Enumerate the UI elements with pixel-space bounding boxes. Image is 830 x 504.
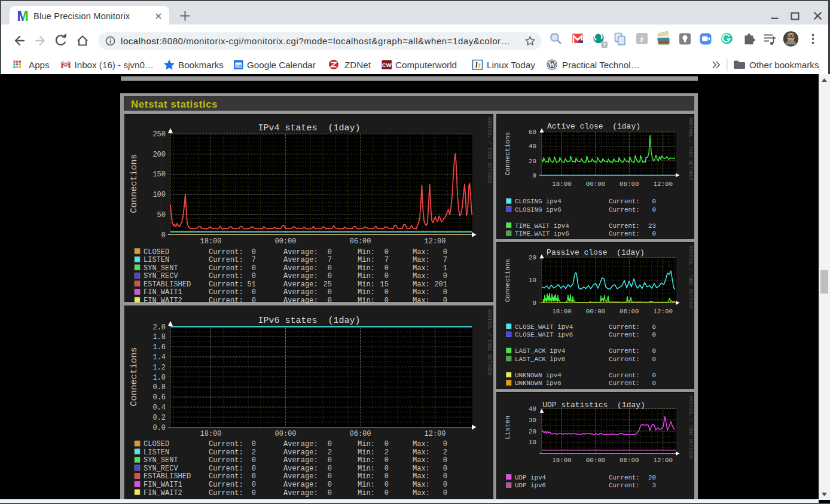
svg-text:28: 28: [236, 63, 241, 69]
svg-text:t: t: [478, 61, 481, 69]
svg-text:Google Calendar: Google Calendar: [247, 60, 316, 70]
svg-text:Apps: Apps: [29, 60, 50, 70]
svg-text:Other bookmarks: Other bookmarks: [749, 60, 819, 70]
svg-text:W: W: [548, 61, 556, 68]
svg-text:M: M: [17, 10, 28, 22]
svg-text:Linux Today: Linux Today: [487, 60, 535, 70]
svg-text:CW: CW: [382, 62, 392, 68]
svg-text:l: l: [475, 61, 478, 69]
svg-text:Inbox (16) - sjvn0…: Inbox (16) - sjvn0…: [75, 60, 154, 70]
svg-text:ZDNet: ZDNet: [344, 60, 371, 70]
svg-text:Computerworld: Computerworld: [395, 60, 457, 70]
svg-text:Practical Technol…: Practical Technol…: [562, 60, 640, 70]
svg-text:ṙ: ṙ: [640, 35, 644, 44]
svg-text:?: ?: [603, 42, 606, 48]
svg-text:Bookmarks: Bookmarks: [178, 60, 224, 70]
